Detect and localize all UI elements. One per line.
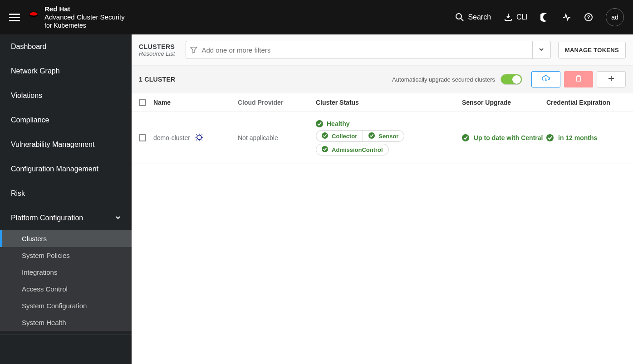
product-name: Red Hat Advanced Cluster Security for Ku… <box>44 5 125 30</box>
svg-line-13 <box>201 140 202 141</box>
filter-box <box>186 41 550 59</box>
svg-point-19 <box>322 146 328 152</box>
header-actions: Search CLI ? ad <box>455 8 624 26</box>
column-header-upgrade[interactable]: Sensor Upgrade <box>462 99 546 106</box>
sidebar-subitem-clusters[interactable]: Clusters <box>0 230 132 247</box>
status-pill-sensor: Sensor <box>363 131 404 141</box>
column-header-name[interactable]: Name <box>153 99 238 106</box>
sidebar-subitem-access-control[interactable]: Access Control <box>0 281 132 297</box>
chevron-down-icon <box>539 46 544 54</box>
auto-upgrade-label: Automatically upgrade secured clusters <box>392 76 495 83</box>
check-circle-icon <box>316 120 323 127</box>
svg-line-15 <box>201 134 202 135</box>
search-button[interactable]: Search <box>455 13 491 22</box>
chevron-down-icon <box>115 214 121 222</box>
svg-point-3 <box>456 14 461 19</box>
svg-line-4 <box>461 19 463 21</box>
sidebar-item-platform-configuration[interactable]: Platform Configuration <box>0 206 132 230</box>
health-button[interactable] <box>562 13 571 22</box>
theme-toggle-button[interactable] <box>540 13 550 22</box>
clusters-toolbar: 1 CLUSTER Automatically upgrade secured … <box>132 66 633 93</box>
status-pill-collector: Collector <box>316 131 363 141</box>
column-header-status[interactable]: Cluster Status <box>316 99 462 106</box>
cloud-download-icon <box>541 74 550 85</box>
search-label: Search <box>468 13 491 21</box>
row-checkbox[interactable] <box>139 134 146 141</box>
download-icon <box>504 13 513 22</box>
sensor-upgrade-value: Up to date with Central <box>462 134 546 141</box>
check-circle-icon <box>322 132 329 140</box>
sidebar-item-risk[interactable]: Risk <box>0 181 132 206</box>
hamburger-menu-button[interactable] <box>9 12 20 23</box>
svg-line-14 <box>196 140 197 141</box>
sidebar-submenu-platform: Clusters System Policies Integrations Ac… <box>0 230 132 331</box>
check-circle-icon <box>462 134 469 141</box>
help-button[interactable]: ? <box>584 13 593 22</box>
select-all-checkbox[interactable] <box>139 99 146 106</box>
helm-icon <box>195 133 204 143</box>
sidebar-item-network-graph[interactable]: Network Graph <box>0 59 132 83</box>
cluster-component-pills: Collector Sensor AdmissionControl <box>316 130 462 155</box>
clusters-table: Name Cloud Provider Cluster Status Senso… <box>132 93 633 164</box>
table-row[interactable]: demo-cluster Not applicable Healthy <box>132 112 633 164</box>
sidebar-item-vulnerability-management[interactable]: Vulnerability Management <box>0 132 132 157</box>
sidebar-subitem-system-health[interactable]: System Health <box>0 314 132 331</box>
cluster-health-overall: Healthy <box>316 120 462 127</box>
column-header-cred[interactable]: Credential Expiration <box>546 99 626 106</box>
sidebar-item-dashboard[interactable]: Dashboard <box>0 34 132 59</box>
user-avatar[interactable]: ad <box>606 8 624 26</box>
trash-icon <box>574 74 583 84</box>
main-content: CLUSTERS Resource List MANAGE TOKENS <box>132 34 633 364</box>
cluster-count-label: 1 CLUSTER <box>139 76 176 83</box>
top-header: Red Hat Advanced Cluster Security for Ku… <box>0 0 633 34</box>
check-circle-icon <box>368 132 376 140</box>
svg-text:?: ? <box>587 15 590 20</box>
cluster-name: demo-cluster <box>153 134 190 141</box>
svg-point-18 <box>368 132 375 139</box>
credential-expiration-value: in 12 months <box>546 134 626 141</box>
cloud-provider-value: Not applicable <box>238 134 316 141</box>
export-button[interactable] <box>531 71 560 87</box>
sidebar-nav: Dashboard Network Graph Violations Compl… <box>0 34 132 364</box>
check-circle-icon <box>546 134 554 141</box>
manage-tokens-button[interactable]: MANAGE TOKENS <box>558 42 626 58</box>
cli-label: CLI <box>516 13 528 21</box>
moon-icon <box>540 13 550 22</box>
sidebar-subitem-integrations[interactable]: Integrations <box>0 264 132 281</box>
toggle-knob <box>512 75 521 84</box>
sidebar-item-configuration-management[interactable]: Configuration Management <box>0 157 132 181</box>
add-cluster-button[interactable] <box>597 71 626 87</box>
page-title: CLUSTERS <box>139 43 175 50</box>
search-icon <box>455 13 464 22</box>
column-header-provider[interactable]: Cloud Provider <box>238 99 316 106</box>
status-pill-admission-control: AdmissionControl <box>316 144 388 155</box>
filter-input[interactable] <box>201 46 532 54</box>
redhat-fedora-icon <box>27 10 40 24</box>
delete-button[interactable] <box>564 71 593 87</box>
sidebar-subitem-system-configuration[interactable]: System Configuration <box>0 297 132 314</box>
page-header-bar: CLUSTERS Resource List MANAGE TOKENS <box>132 34 633 66</box>
sidebar-item-compliance[interactable]: Compliance <box>0 108 132 132</box>
svg-point-7 <box>197 135 201 140</box>
activity-icon <box>562 13 571 22</box>
product-logo[interactable]: Red Hat Advanced Cluster Security for Ku… <box>27 5 125 30</box>
filter-dropdown-toggle[interactable] <box>532 41 550 58</box>
sidebar-subitem-system-policies[interactable]: System Policies <box>0 247 132 264</box>
check-circle-icon <box>322 146 329 153</box>
svg-point-17 <box>322 132 328 139</box>
svg-point-16 <box>316 120 323 127</box>
auto-upgrade-toggle[interactable] <box>501 74 522 85</box>
svg-point-21 <box>546 134 554 141</box>
plus-icon <box>608 75 615 84</box>
svg-point-20 <box>462 134 469 141</box>
cli-button[interactable]: CLI <box>504 13 528 22</box>
svg-line-12 <box>196 134 197 135</box>
sidebar-item-violations[interactable]: Violations <box>0 83 132 108</box>
help-icon: ? <box>584 13 593 22</box>
table-header: Name Cloud Provider Cluster Status Senso… <box>132 93 633 112</box>
avatar-initials: ad <box>611 14 618 21</box>
page-subtitle: Resource List <box>139 50 175 57</box>
sidebar-separator <box>0 335 132 335</box>
filter-icon <box>186 46 201 53</box>
